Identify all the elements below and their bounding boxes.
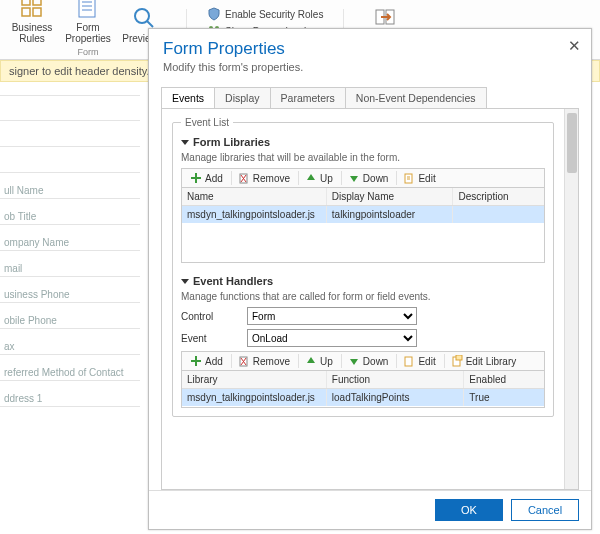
cell-enabled: True xyxy=(464,389,544,406)
remove-icon xyxy=(238,172,250,184)
add-handler-button[interactable]: Add xyxy=(186,354,227,368)
bg-field[interactable]: ull Name xyxy=(0,173,140,199)
col-library[interactable]: Library xyxy=(182,371,327,388)
col-function[interactable]: Function xyxy=(327,371,465,388)
event-select-row: Event OnLoad xyxy=(181,329,545,347)
svg-rect-0 xyxy=(22,0,30,5)
col-description[interactable]: Description xyxy=(453,188,544,205)
tab-non-event-dependencies[interactable]: Non-Event Dependencies xyxy=(345,87,487,108)
dialog-header: Form Properties Modify this form's prope… xyxy=(149,29,591,77)
svg-point-8 xyxy=(135,9,149,23)
arrow-down-icon xyxy=(348,172,360,184)
form-properties-button[interactable]: Form Properties xyxy=(64,0,112,46)
bg-field[interactable]: ob Title xyxy=(0,199,140,225)
cell-name: msdyn_talkingpointsloader.js xyxy=(182,206,327,223)
svg-rect-2 xyxy=(22,8,30,16)
col-display-name[interactable]: Display Name xyxy=(327,188,454,205)
cell-library: msdyn_talkingpointsloader.js xyxy=(182,389,327,406)
cell-function: loadTalkingPoints xyxy=(327,389,465,406)
shield-icon xyxy=(207,7,221,21)
remove-icon xyxy=(238,355,250,367)
bg-field[interactable]: ax xyxy=(0,329,140,355)
event-handlers-title: Event Handlers xyxy=(193,275,273,287)
col-name[interactable]: Name xyxy=(182,188,327,205)
background-form: ull Name ob Title ompany Name mail usine… xyxy=(0,95,140,407)
handlers-grid-header: Library Function Enabled xyxy=(182,371,544,389)
enable-security-roles-button[interactable]: Enable Security Roles xyxy=(205,6,325,22)
collapse-icon xyxy=(181,140,189,145)
plus-icon xyxy=(190,355,202,367)
bg-field[interactable] xyxy=(0,147,140,173)
event-handlers-header[interactable]: Event Handlers xyxy=(181,275,545,287)
tab-display[interactable]: Display xyxy=(214,87,270,108)
business-rules-button[interactable]: Business Rules xyxy=(8,0,56,46)
tab-body: Event List Form Libraries Manage librari… xyxy=(162,109,564,489)
edit-library-icon xyxy=(451,355,463,367)
svg-rect-32 xyxy=(405,357,412,366)
event-list-legend: Event List xyxy=(181,117,233,128)
form-properties-label: Form Properties xyxy=(64,22,112,44)
bg-field[interactable]: referred Method of Contact xyxy=(0,355,140,381)
arrow-down-icon xyxy=(348,355,360,367)
event-label: Event xyxy=(181,333,239,344)
ribbon-group-label-form: Form xyxy=(78,47,99,57)
event-select[interactable]: OnLoad xyxy=(247,329,417,347)
collapse-icon xyxy=(181,279,189,284)
bg-field[interactable]: obile Phone xyxy=(0,303,140,329)
bg-field[interactable]: ompany Name xyxy=(0,225,140,251)
ribbon-group-form: Business Rules Form Properties Preview ▾… xyxy=(8,0,168,57)
scrollbar[interactable] xyxy=(564,109,578,489)
control-label: Control xyxy=(181,311,239,322)
business-rules-label: Business Rules xyxy=(8,22,56,44)
control-select-row: Control Form xyxy=(181,307,545,325)
libraries-grid-body: msdyn_talkingpointsloader.js talkingpoin… xyxy=(182,206,544,262)
cancel-button[interactable]: Cancel xyxy=(511,499,579,521)
ok-button[interactable]: OK xyxy=(435,499,503,521)
arrow-up-icon xyxy=(305,355,317,367)
tab-parameters[interactable]: Parameters xyxy=(270,87,346,108)
edit-handler-button[interactable]: Edit xyxy=(396,354,439,368)
cell-display: talkingpointsloader xyxy=(327,206,454,223)
down-handler-button[interactable]: Down xyxy=(341,354,393,368)
edit-icon xyxy=(403,355,415,367)
libraries-grid: Name Display Name Description msdyn_talk… xyxy=(181,187,545,263)
handlers-grid: Library Function Enabled msdyn_talkingpo… xyxy=(181,370,545,408)
form-libraries-header[interactable]: Form Libraries xyxy=(181,136,545,148)
bg-field[interactable]: mail xyxy=(0,251,140,277)
dialog-close-button[interactable]: ✕ xyxy=(568,37,581,55)
form-properties-dialog: Form Properties Modify this form's prope… xyxy=(148,28,592,530)
dialog-title: Form Properties xyxy=(163,39,577,59)
col-enabled[interactable]: Enabled xyxy=(464,371,544,388)
bg-field[interactable] xyxy=(0,121,140,147)
dialog-subtitle: Modify this form's properties. xyxy=(163,61,577,73)
down-button[interactable]: Down xyxy=(341,171,393,185)
svg-rect-34 xyxy=(456,355,462,360)
cell-desc xyxy=(453,206,544,223)
edit-button[interactable]: Edit xyxy=(396,171,439,185)
tabstrip: Events Display Parameters Non-Event Depe… xyxy=(161,87,579,108)
libraries-grid-header: Name Display Name Description xyxy=(182,188,544,206)
remove-handler-button[interactable]: Remove xyxy=(231,354,294,368)
add-button[interactable]: Add xyxy=(186,171,227,185)
tab-events[interactable]: Events xyxy=(161,87,215,108)
library-row[interactable]: msdyn_talkingpointsloader.js talkingpoin… xyxy=(182,206,544,223)
info-text: signer to edit header density. xyxy=(9,65,149,77)
form-libraries-title: Form Libraries xyxy=(193,136,270,148)
bg-field[interactable]: ddress 1 xyxy=(0,381,140,407)
up-button[interactable]: Up xyxy=(298,171,337,185)
scroll-thumb[interactable] xyxy=(567,113,577,173)
control-select[interactable]: Form xyxy=(247,307,417,325)
svg-rect-28 xyxy=(191,360,201,362)
event-list-section: Event List Form Libraries Manage librari… xyxy=(172,117,554,417)
bg-field[interactable]: usiness Phone xyxy=(0,277,140,303)
handler-row[interactable]: msdyn_talkingpointsloader.js loadTalking… xyxy=(182,389,544,406)
event-handlers-help: Manage functions that are called for for… xyxy=(181,291,545,302)
svg-rect-4 xyxy=(79,0,95,17)
edit-library-button[interactable]: Edit Library xyxy=(444,354,521,368)
bg-field[interactable] xyxy=(0,95,140,121)
plus-icon xyxy=(190,172,202,184)
up-handler-button[interactable]: Up xyxy=(298,354,337,368)
remove-button[interactable]: Remove xyxy=(231,171,294,185)
svg-line-9 xyxy=(147,21,153,27)
svg-rect-1 xyxy=(33,0,41,5)
